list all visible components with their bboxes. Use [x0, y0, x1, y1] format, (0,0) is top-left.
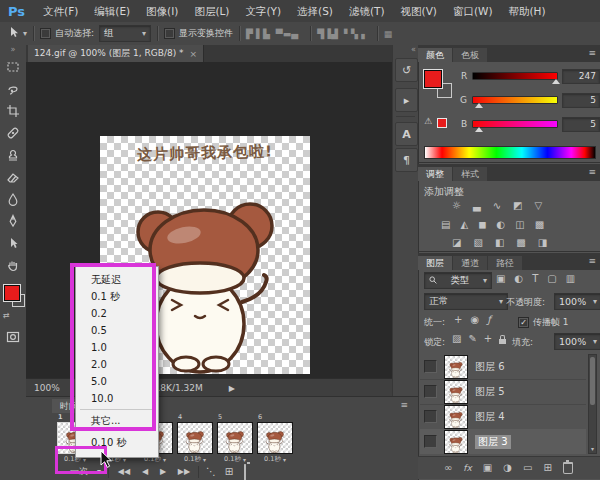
- layer-name[interactable]: 图层 5: [475, 385, 505, 399]
- frame-thumbnail[interactable]: [217, 422, 253, 454]
- panel-menu-icon[interactable]: ≡: [588, 48, 596, 58]
- layer-thumbnail[interactable]: [444, 430, 468, 454]
- black-white-icon[interactable]: ◼: [478, 220, 486, 230]
- layer-name[interactable]: 图层 4: [475, 410, 505, 424]
- tween-button[interactable]: ⋱: [204, 465, 218, 478]
- layer-visibility-toggle[interactable]: [424, 410, 437, 423]
- menu-image[interactable]: 图像(I): [138, 0, 186, 22]
- blur-tool[interactable]: [3, 189, 23, 209]
- clone-stamp-tool[interactable]: [3, 145, 23, 165]
- green-value-field[interactable]: 5: [562, 93, 600, 108]
- menu-filter[interactable]: 滤镜(T): [341, 0, 393, 22]
- layer-thumbnail[interactable]: [444, 405, 468, 429]
- healing-brush-tool[interactable]: [3, 123, 23, 143]
- status-menu-arrow-icon[interactable]: ▶: [229, 384, 235, 393]
- layer-visibility-toggle[interactable]: [424, 435, 437, 448]
- delete-layer-icon[interactable]: [563, 462, 573, 474]
- first-frame-button[interactable]: ◀◀: [114, 465, 134, 478]
- tab-styles[interactable]: 样式: [453, 167, 487, 181]
- layer-thumbnail[interactable]: [444, 380, 468, 404]
- animation-frame[interactable]: 6 0.1秒▾: [257, 414, 293, 465]
- adjustment-layer-icon[interactable]: ◑: [503, 463, 512, 473]
- layer-mask-icon[interactable]: ▣: [483, 463, 492, 473]
- red-slider[interactable]: [472, 72, 558, 80]
- marquee-tool[interactable]: [3, 57, 23, 77]
- layer-row[interactable]: 图层 4: [420, 404, 586, 430]
- pen-tool[interactable]: [3, 211, 23, 231]
- filter-smart-objects-icon[interactable]: ▥: [566, 274, 575, 284]
- color-spectrum-ramp[interactable]: [424, 146, 596, 159]
- blue-slider-thumb[interactable]: [475, 127, 483, 132]
- crop-tool[interactable]: [3, 101, 23, 121]
- delete-frame-button[interactable]: [244, 466, 246, 480]
- frame-delay-dropdown[interactable]: 0.1秒▾: [177, 454, 213, 465]
- paragraph-panel-icon[interactable]: ¶: [395, 148, 418, 172]
- propagate-frame-checkbox[interactable]: ✓: [518, 317, 529, 328]
- red-slider-thumb[interactable]: [552, 79, 560, 84]
- layer-row[interactable]: 图层 5: [420, 379, 586, 405]
- gamut-swatch[interactable]: [437, 118, 447, 128]
- new-layer-icon[interactable]: ⊞: [543, 463, 551, 473]
- tab-paths[interactable]: 路径: [488, 256, 522, 270]
- swap-colors-icon[interactable]: ⇄: [3, 311, 10, 320]
- menu-select[interactable]: 选择(S): [289, 0, 341, 22]
- layer-visibility-toggle[interactable]: [424, 360, 437, 373]
- layer-row[interactable]: 图层 6: [420, 354, 586, 380]
- levels-icon[interactable]: ▃: [473, 201, 481, 211]
- green-slider[interactable]: [472, 96, 558, 104]
- filter-shape-layers-icon[interactable]: ▢: [547, 274, 556, 284]
- scrollbar-down-icon[interactable]: ▾: [589, 445, 596, 453]
- brightness-contrast-icon[interactable]: ☼: [452, 201, 461, 211]
- layers-scrollbar[interactable]: ▾: [588, 354, 597, 454]
- menu-file[interactable]: 文件(F): [35, 0, 86, 22]
- panel-menu-icon[interactable]: ≡: [588, 167, 596, 177]
- lock-pixels-icon[interactable]: ✎: [468, 334, 476, 344]
- animation-frame[interactable]: 4 0.1秒▾: [177, 414, 213, 465]
- show-transform-checkbox[interactable]: [164, 28, 175, 39]
- unify-visibility-icon[interactable]: ◉: [470, 315, 479, 325]
- layer-filter-dropdown[interactable]: 类型 ▾: [424, 272, 492, 289]
- next-frame-button[interactable]: ▶▶: [174, 465, 194, 478]
- history-panel-icon[interactable]: ↺: [395, 58, 418, 82]
- filter-adjustment-layers-icon[interactable]: ◐: [514, 274, 523, 284]
- layer-style-icon[interactable]: fx: [463, 464, 472, 473]
- gradient-map-icon[interactable]: ▩: [516, 238, 525, 248]
- menu-window[interactable]: 窗口(W): [445, 0, 501, 22]
- hand-tool[interactable]: [3, 255, 23, 275]
- menu-edit[interactable]: 编辑(E): [86, 0, 138, 22]
- foreground-swatch[interactable]: [424, 70, 442, 88]
- filter-type-layers-icon[interactable]: T: [532, 274, 538, 284]
- channel-mixer-icon[interactable]: ◫: [515, 220, 524, 230]
- auto-select-checkbox[interactable]: [40, 28, 51, 39]
- tab-layers[interactable]: 图层: [418, 256, 452, 270]
- actions-panel-icon[interactable]: ▸: [395, 88, 418, 112]
- red-value-field[interactable]: 247: [562, 69, 600, 84]
- zoom-level[interactable]: 100%: [34, 383, 60, 393]
- frame-delay-dropdown[interactable]: 0.1秒▾: [257, 454, 293, 465]
- scrollbar-thumb[interactable]: [590, 357, 595, 405]
- layer-thumbnail[interactable]: [444, 355, 468, 379]
- auto-select-dropdown[interactable]: 组▾: [99, 25, 151, 42]
- lock-all-icon[interactable]: [499, 339, 506, 344]
- layer-name[interactable]: 图层 6: [475, 360, 505, 374]
- tool-preset-arrow-icon[interactable]: ▾: [23, 30, 27, 38]
- layer-row-selected[interactable]: 图层 3: [420, 429, 586, 454]
- photo-filter-icon[interactable]: ◐: [496, 220, 505, 230]
- eraser-tool[interactable]: [3, 167, 23, 187]
- frame-thumbnail[interactable]: [177, 422, 213, 454]
- unify-style-icon[interactable]: ƒ: [487, 315, 491, 325]
- layer-name-editing[interactable]: 图层 3: [475, 435, 511, 449]
- collapse-dock-icon[interactable]: «: [393, 45, 419, 55]
- posterize-icon[interactable]: ▧: [473, 238, 482, 248]
- blue-value-field[interactable]: 5: [562, 117, 600, 132]
- link-layers-icon[interactable]: ∞: [444, 463, 452, 473]
- previous-frame-button[interactable]: ◀: [138, 465, 152, 478]
- blend-mode-dropdown[interactable]: 正常 ▾: [424, 293, 508, 310]
- color-balance-icon[interactable]: ◭: [460, 220, 468, 230]
- character-panel-icon[interactable]: A: [395, 122, 418, 146]
- menu-type[interactable]: 文字(Y): [237, 0, 289, 22]
- new-group-icon[interactable]: ▭: [523, 463, 532, 473]
- filter-pixel-layers-icon[interactable]: ▣: [496, 274, 505, 284]
- selective-color-icon[interactable]: ◨: [538, 238, 547, 248]
- foreground-color-swatch[interactable]: [4, 285, 20, 301]
